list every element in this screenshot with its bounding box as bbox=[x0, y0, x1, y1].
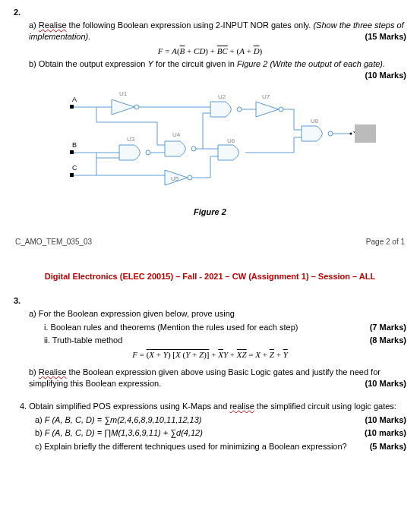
q2a: a) Realise the following Boolean express… bbox=[29, 20, 406, 43]
q4-intro1: Obtain simplified POS expressions using … bbox=[29, 402, 229, 411]
q3a: a) For the Boolean expression given belo… bbox=[29, 308, 406, 320]
q2b-text2: for the circuit given in bbox=[153, 59, 237, 68]
bubble-u4 bbox=[191, 147, 196, 151]
q3aii-text: Truth-table method bbox=[52, 336, 123, 345]
q2b-prefix: b) bbox=[29, 59, 36, 68]
q3ai-prefix: i. bbox=[44, 323, 49, 332]
label-A: A bbox=[72, 96, 77, 103]
q4a-marks: (10 Marks) bbox=[365, 414, 406, 426]
q3a-prefix: a) bbox=[29, 309, 36, 318]
gate-u1 bbox=[112, 99, 134, 115]
q4b-prefix: b) bbox=[35, 428, 43, 437]
course-header: Digital Electronics (ELEC 20015) – Fall … bbox=[14, 272, 406, 281]
q4c-marks: (5 Marks) bbox=[370, 441, 406, 452]
footer-left: C_AMO_TEM_035_03 bbox=[15, 238, 92, 246]
label-u5: U5 bbox=[171, 175, 179, 182]
footer-right: Page 2 of 1 bbox=[366, 238, 405, 246]
label-u1: U1 bbox=[119, 90, 128, 97]
bubble-u2 bbox=[237, 107, 242, 112]
q3b-marks: (10 Marks) bbox=[365, 378, 406, 389]
gate-u6 bbox=[218, 145, 239, 160]
q2b-text3: (Write the output of each gate). bbox=[267, 59, 385, 68]
q4c: c) Explain briefly the different techniq… bbox=[35, 441, 406, 452]
q2a-formula: F = A(B + CD) + BC + (A + D) bbox=[14, 46, 406, 55]
q2b-text1: Obtain the output expression bbox=[39, 59, 148, 68]
q3b-text: the Boolean expression given above using… bbox=[29, 367, 381, 388]
q3b-prefix: b) bbox=[29, 367, 36, 376]
q3ai-text: Boolean rules and theorems (Mention the … bbox=[51, 323, 298, 332]
label-u4: U4 bbox=[172, 131, 181, 138]
q4-intro2: the simplified circuit using logic gates… bbox=[254, 402, 396, 411]
footer: C_AMO_TEM_035_03 Page 2 of 1 bbox=[14, 238, 406, 246]
label-u6: U6 bbox=[227, 137, 235, 144]
q3b-realise: Realise bbox=[39, 367, 67, 376]
label-u3: U3 bbox=[127, 136, 135, 143]
label-u2: U2 bbox=[218, 93, 226, 100]
dot-C bbox=[70, 173, 74, 177]
page-content: 2. a) Realise the following Boolean expr… bbox=[0, 0, 420, 462]
bubble-u1 bbox=[134, 105, 139, 109]
dot-Y bbox=[349, 132, 352, 134]
q2b-fig: Figure 2 bbox=[237, 59, 267, 68]
bubble-u5 bbox=[188, 175, 192, 180]
q2-number: 2. bbox=[14, 8, 406, 17]
label-u8: U8 bbox=[311, 118, 319, 124]
figure-caption: Figure 2 bbox=[14, 207, 406, 216]
q4-realise: realise bbox=[229, 402, 254, 411]
bubble-u3 bbox=[146, 150, 150, 155]
q3b: b) Realise the Boolean expression given … bbox=[29, 367, 406, 390]
dot-A bbox=[70, 105, 74, 109]
q4: 4. Obtain simplified POS expressions usi… bbox=[20, 401, 406, 412]
q3ai: i. Boolean rules and theorems (Mention t… bbox=[44, 322, 406, 333]
gate-u8 bbox=[302, 126, 323, 141]
bubble-u7 bbox=[279, 107, 283, 112]
gray-box bbox=[355, 124, 376, 143]
q2a-text1: the following Boolean expression using 2… bbox=[67, 20, 314, 30]
q3a-text: For the Boolean expression given below, … bbox=[39, 309, 235, 318]
gate-u7 bbox=[256, 102, 279, 117]
bubble-u8 bbox=[328, 131, 333, 136]
q2b-y: Y bbox=[148, 59, 153, 68]
gate-u3 bbox=[119, 145, 141, 160]
q2a-marks: (15 Marks) bbox=[365, 31, 406, 43]
q4b-formula: F (A, B, C, D) = ∏M(1,3,6,9,11) + ∑d(4,1… bbox=[45, 428, 203, 437]
q2a-prefix: a) bbox=[29, 20, 36, 30]
gate-u4 bbox=[165, 141, 186, 156]
label-B: B bbox=[72, 141, 77, 149]
label-u7: U7 bbox=[262, 93, 270, 100]
q4a-formula: F (A, B, C, D) = ∑m(2,4,6,8,9,10,11,12,1… bbox=[45, 415, 202, 424]
gate-u2 bbox=[210, 102, 232, 117]
q2a-realise: Realise bbox=[39, 20, 67, 30]
q3ai-marks: (7 Marks) bbox=[370, 322, 406, 333]
q4-num: 4. bbox=[20, 402, 27, 411]
q4b: b) F (A, B, C, D) = ∏M(1,3,6,9,11) + ∑d(… bbox=[35, 427, 406, 439]
figure-2: A B C U1 U3 U4 bbox=[14, 88, 406, 216]
q4c-text: Explain briefly the different techniques… bbox=[44, 442, 346, 451]
q4a-prefix: a) bbox=[35, 415, 43, 424]
q4a: a) F (A, B, C, D) = ∑m(2,4,6,8,9,10,11,1… bbox=[35, 414, 406, 426]
q3aii: ii. Truth-table method (8 Marks) bbox=[44, 335, 406, 346]
q3aii-prefix: ii. bbox=[44, 336, 50, 345]
q2b: b) Obtain the output expression Y for th… bbox=[29, 58, 406, 82]
q4c-prefix: c) bbox=[35, 442, 42, 451]
q4b-marks: (10 marks) bbox=[365, 427, 406, 439]
q3aii-marks: (8 Marks) bbox=[370, 335, 406, 346]
q3-number: 3. bbox=[14, 296, 406, 305]
label-C: C bbox=[72, 164, 77, 172]
q2b-marks: (10 Marks) bbox=[29, 70, 406, 81]
circuit-svg: A B C U1 U3 U4 bbox=[51, 88, 370, 206]
dot-B bbox=[70, 150, 74, 154]
q3-formula: F = (X + Y) [X (Y + Z)] + XY + XZ = X + … bbox=[14, 350, 406, 359]
